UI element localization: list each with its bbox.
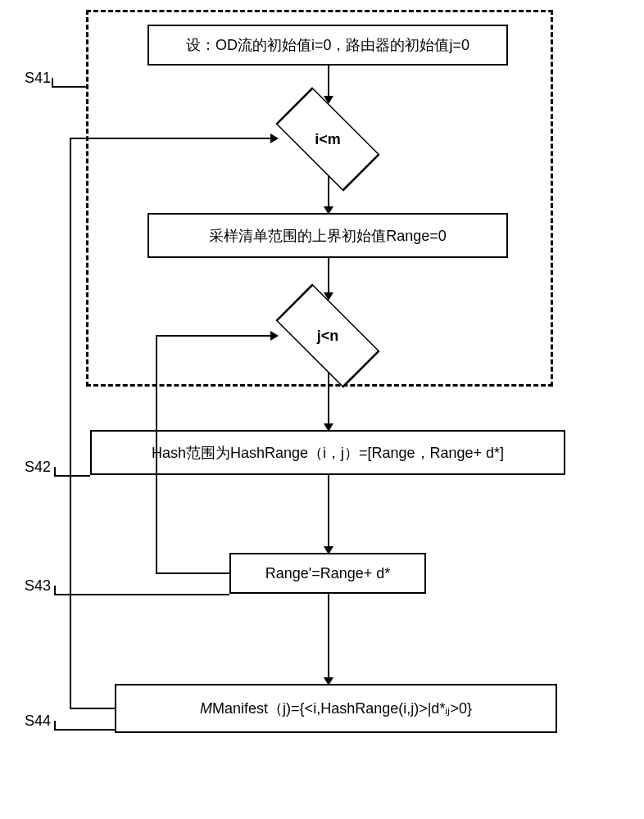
arrow-range-init-to-cond-j [328, 258, 329, 299]
leader-s43 [54, 594, 229, 595]
arrow-init-to-cond-i [328, 66, 329, 102]
leader-s41 [52, 86, 88, 88]
leader-s41-v [52, 78, 53, 86]
arrow-cond-j-to-hash [328, 373, 329, 430]
loop-j-h1 [156, 572, 229, 574]
loop-j-v [156, 335, 157, 574]
label-s41: S41 [25, 70, 51, 87]
node-cond-i-text: i<m [315, 131, 341, 148]
arrow-cond-i-to-range-init [328, 176, 329, 213]
leader-s44 [54, 729, 115, 731]
node-manifest: MManifest（j)={<i,HashRange(i,j)>|d*ᵢⱼ>0} [115, 684, 557, 733]
loop-j-h2 [156, 335, 277, 337]
label-s44: S44 [25, 713, 51, 730]
leader-s42-v [54, 467, 56, 475]
node-cond-j: j<n [274, 299, 381, 373]
node-range-update-text: Range'=Range+ d* [265, 565, 391, 582]
leader-s42 [54, 475, 90, 477]
node-init: 设：OD流的初始值i=0，路由器的初始值j=0 [147, 25, 508, 66]
label-s42: S42 [25, 459, 51, 476]
node-range-update: Range'=Range+ d* [229, 553, 426, 594]
leader-s44-v [54, 721, 56, 729]
node-cond-j-text: j<n [317, 328, 339, 345]
loop-i-v [70, 138, 71, 709]
label-s43: S43 [25, 577, 51, 595]
node-range-init: 采样清单范围的上界初始值Range=0 [147, 213, 508, 258]
loop-i-h2 [70, 138, 277, 139]
node-hash-range-text: Hash范围为HashRange（i，j）=[Range，Range+ d*] [152, 443, 504, 463]
leader-s43-v [54, 586, 56, 594]
node-init-text: 设：OD流的初始值i=0，路由器的初始值j=0 [186, 35, 469, 55]
node-hash-range: Hash范围为HashRange（i，j）=[Range，Range+ d*] [90, 430, 565, 475]
node-range-init-text: 采样清单范围的上界初始值Range=0 [209, 226, 447, 246]
node-manifest-text: Manifest（j)={<i,HashRange(i,j)>|d*ᵢⱼ>0} [212, 700, 472, 717]
arrow-range-update-to-manifest [328, 594, 329, 684]
node-cond-i: i<m [274, 102, 381, 176]
arrow-hash-to-range-update [328, 475, 329, 553]
loop-i-h1 [70, 708, 115, 709]
